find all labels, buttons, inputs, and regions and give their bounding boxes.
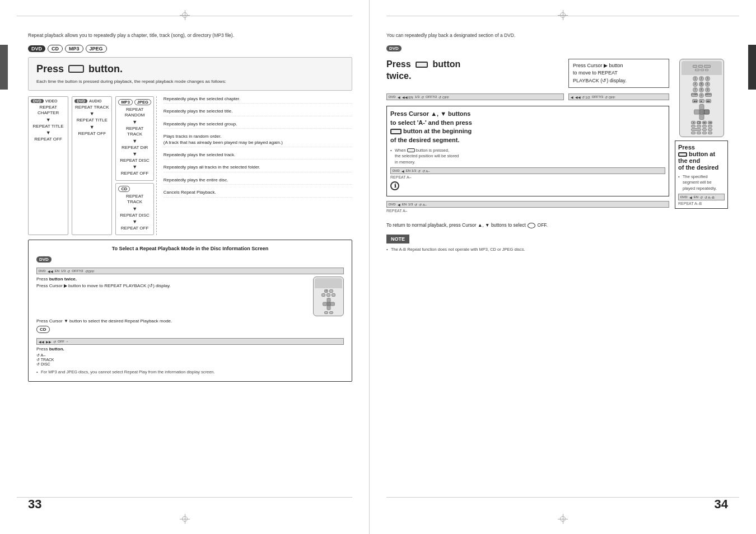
note-badge: NOTE <box>386 235 409 243</box>
desc-1: Repeatedly plays the selected chapter. <box>164 96 352 104</box>
step2-box: Press Cursor ▲, ▼ buttons to select 'A-'… <box>386 106 669 196</box>
display-after-step3: DVD◀EN↺↺ A–B REPEAT A–B <box>678 194 725 205</box>
dvd-badge-right: DVD <box>386 45 402 51</box>
mp3-jpeg-col: MP3 JPEG REPEAT RANDOM ▼ REPEAT TRACK ▼ … <box>115 96 153 235</box>
dvd-v-mode-3: REPEAT OFF <box>31 137 66 142</box>
info-step-2: Press button twice. Press Cursor ▶ butto… <box>36 277 344 316</box>
left-tab <box>0 45 8 90</box>
mp3-mode-4: REPEAT DISC <box>118 158 151 163</box>
right-page: You can repeatedly play back a designate… <box>370 0 756 534</box>
cd-mode-box: CD REPEAT TRACK ▼ REPEAT DISC ▼ REPEAT O… <box>115 183 153 236</box>
dvd-v-mode-1: REPEAT CHAPTER <box>31 105 66 116</box>
display-row-2: DVD◀EN1/3↺↺ A– <box>386 201 669 208</box>
step2-title: Press Cursor ▲, ▼ buttons to select 'A-'… <box>390 110 665 144</box>
step2-row: Press Cursor ▲, ▼ buttons to select 'A-'… <box>386 106 669 196</box>
info-box-content: DVD DVD◀◀EN1/3↺OFF?/2↺OFF Press button t… <box>36 256 344 376</box>
step1-row: Press button twice. Press Cursor ▶ butto… <box>386 59 669 88</box>
desc-6: Repeatedly plays all tracks in the selec… <box>164 165 352 172</box>
ab-section: Press button twice. Press Cursor ▶ butto… <box>386 59 728 217</box>
display-after-step2: DVD◀EN 1/3↺↺ A– REPEAT A– ℹ <box>390 167 665 190</box>
press-description: Each time the button is pressed during p… <box>36 78 344 85</box>
crosshair-top-right <box>558 10 568 20</box>
step2-note: When button is pressed, the selected pos… <box>390 148 665 166</box>
step3-note: The specified segment will be played rep… <box>678 174 725 192</box>
dvd-video-mode-box: DVD VIDEO REPEAT CHAPTER ▼ REPEAT TITLE … <box>28 96 68 235</box>
right-tab <box>748 45 756 90</box>
info-circle: ℹ <box>390 181 399 190</box>
page-number-left: 33 <box>28 497 41 512</box>
info-step-4: Press button. <box>36 346 344 352</box>
display-dvd-right: DVD◀◀◀ EN1/3↺OFF?/2↺ OFF <box>386 92 564 101</box>
badge-mp3: MP3 <box>65 45 83 53</box>
info-box: To Select a Repeat Playback Mode in the … <box>28 240 352 382</box>
info-steps: DVD DVD◀◀EN1/3↺OFF?/2↺OFF Press button t… <box>36 256 344 376</box>
mp3-mode-2: REPEAT TRACK <box>118 126 151 138</box>
button-action: button <box>433 59 461 69</box>
cd-display-modes: ↺ A–↺ TRACK↺ DISC <box>36 353 344 367</box>
mp3-badge: MP3 <box>118 99 132 105</box>
intro-text-right: You can repeatedly play back a designate… <box>386 32 728 39</box>
display-dvd: DVD◀◀EN1/3↺OFF?/2↺OFF <box>36 268 344 274</box>
dvd-a-mode-3: REPEAT OFF <box>74 131 109 137</box>
dvd-a-mode-2: REPEAT TITLE <box>74 118 109 123</box>
info-cd-badge: CD <box>36 326 50 333</box>
repeat-ab-label: REPEAT A–B <box>678 202 725 205</box>
mp3-jpeg-note: For MP3 and JPEG discs, you cannot selec… <box>36 369 344 376</box>
crosshair-top-left <box>180 10 190 20</box>
step3-box: Press button at the endof the desired Th… <box>675 140 728 209</box>
badge-cd: CD <box>48 45 63 53</box>
repeat-a-label-2: REPEAT A– <box>386 209 669 213</box>
warning-text: The A-B Repeat function does not operate… <box>386 247 728 253</box>
display-cd: ◀◀▶▶↺OFF → <box>36 338 344 345</box>
press-twice-title: Press button twice. <box>386 59 564 82</box>
button-icon-1 <box>416 62 428 68</box>
dotted-separator <box>156 96 157 235</box>
twice-label: twice. <box>386 71 411 81</box>
step1-right: Press Cursor ▶ buttonto move to REPEATPL… <box>568 59 669 88</box>
step1-text: Press button twice. <box>386 59 564 88</box>
crosshair-bottom-left <box>180 514 190 524</box>
top-line-left <box>17 16 352 16</box>
cd-mode-3: REPEAT OFF <box>118 226 151 231</box>
return-section: To return to normal playback, press Curs… <box>386 222 728 229</box>
info-dvd-badge: DVD <box>36 256 52 263</box>
mp3-mode-1: REPEAT RANDOM <box>118 107 151 119</box>
desc-3: Repeatedly plays the selected group. <box>164 121 352 129</box>
intro-text-left: Repeat playback allows you to repeatedly… <box>28 32 352 39</box>
desc-4: Plays tracks in random order.(A track th… <box>164 134 352 147</box>
mp3-mode-5: REPEAT OFF <box>118 171 151 176</box>
remote-area-right: 1 2 3 4 5 6 7 8 9 CLEAR <box>675 59 728 217</box>
desc-5: Repeatedly plays the selected track. <box>164 152 352 160</box>
press-label-right: Press <box>386 59 411 69</box>
warning-section: NOTE The A-B Repeat function does not op… <box>386 235 728 253</box>
page-number-right: 34 <box>715 497 728 512</box>
desc-7: Repeatedly plays the entire disc. <box>164 177 352 185</box>
top-line-right <box>386 16 739 16</box>
mp3-mode-3: REPEAT DIR <box>118 145 151 151</box>
dvd-badge-area: DVD <box>386 45 728 54</box>
display-dvd-right2: ◀◀◀ ↺ 1/2OFF?/3↺ OFF <box>568 92 669 101</box>
modes-col: DVD VIDEO REPEAT CHAPTER ▼ REPEAT TITLE … <box>28 96 154 235</box>
info-step-3: Press Cursor ▼ button to select the desi… <box>36 318 344 324</box>
cd-mode-2: REPEAT DISC <box>118 213 151 218</box>
bottom-line-right <box>386 497 739 498</box>
press-button-section: Press button. Each time the button is pr… <box>28 57 352 91</box>
info-box-title: To Select a Repeat Playback Mode in the … <box>36 246 344 251</box>
dvd-a-mode-1: REPEAT TRACK <box>74 105 109 110</box>
ab-left-col: Press button twice. Press Cursor ▶ butto… <box>386 59 669 217</box>
page-container: Repeat playback allows you to repeatedly… <box>0 0 756 534</box>
press-title: Press button. <box>36 63 344 75</box>
dvd-audio-mode-box: DVD AUDIO REPEAT TRACK ▼ REPEAT TITLE ▼ … <box>72 96 112 235</box>
modes-section: DVD VIDEO REPEAT CHAPTER ▼ REPEAT TITLE … <box>28 96 352 235</box>
cd-mode-1: REPEAT TRACK <box>118 194 151 205</box>
press-label: Press <box>36 63 64 75</box>
cd-badge-mode: CD <box>118 186 130 192</box>
badge-dvd: DVD <box>28 45 45 52</box>
crosshair-bottom-right <box>558 514 568 524</box>
button-label: button. <box>88 63 123 75</box>
remote-control: 1 2 3 4 5 6 7 8 9 CLEAR <box>679 59 724 137</box>
repeat-a-label: REPEAT A– <box>390 175 665 179</box>
badge-jpeg: JPEG <box>86 45 107 53</box>
format-badges: DVD CD MP3 JPEG <box>28 45 352 53</box>
press-end-title: Press button at the endof the desired <box>678 144 725 171</box>
